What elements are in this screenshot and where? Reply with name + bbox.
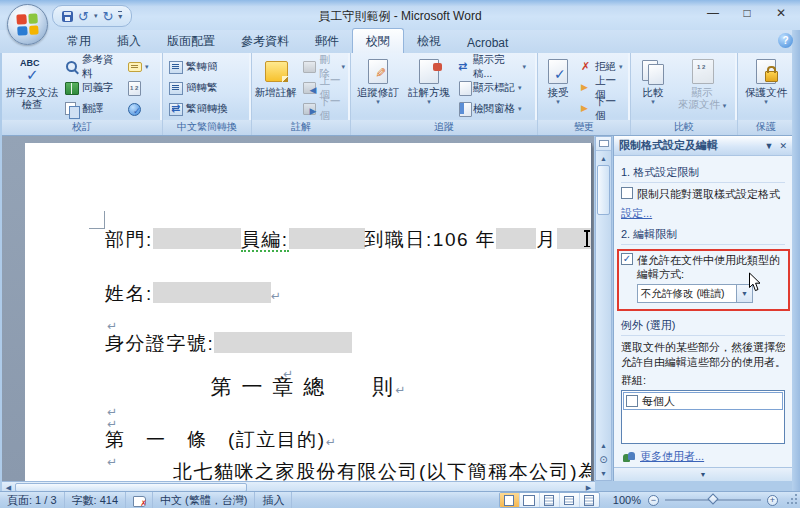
everyone-checkbox[interactable] [626,395,638,407]
word-count-indicator[interactable]: 字數: 414 [65,492,126,508]
redacted-value [214,332,352,353]
everyone-list-item[interactable]: 每個人 [623,392,783,410]
insert-mode-indicator[interactable]: 插入 [255,492,292,508]
document-area: 部門:員編:到職日:106 年月日 姓名:↵ ↵ 身分證字號: ↵ 第 一 章 … [2,136,594,481]
simp-to-trad-button[interactable]: 簡轉繁 [165,78,247,97]
undo-button[interactable]: ↺ [78,10,89,23]
group-label-comments: 註解 [252,120,350,135]
outline-view-button[interactable] [560,493,580,507]
tab-insert[interactable]: 插入 [104,29,154,53]
zoom-track[interactable] [665,499,761,501]
ribbon: ABC ✓ 拼字及文法檢查 參考資料 同義字 [2,53,798,136]
select-browse-object-button[interactable]: ⊙ [596,452,611,466]
new-comment-button[interactable]: 新增註解 [254,55,298,120]
minimize-button[interactable]: — [696,0,730,25]
document-page[interactable]: 部門:員編:到職日:106 年月日 姓名:↵ ↵ 身分證字號: ↵ 第 一 章 … [25,143,591,481]
groups-listbox[interactable]: 每個人 [621,390,785,444]
tab-references[interactable]: 參考資料 [228,29,302,53]
convert-button[interactable]: ⇄ 繁簡轉換 [165,99,247,118]
simp-to-trad-icon [168,80,183,95]
spelling-grammar-button[interactable]: ABC ✓ 拼字及文法檢查 [4,55,60,120]
research-button[interactable]: 參考資料 [61,57,123,76]
next-comment-button[interactable]: ▶ 下一個 [299,99,348,118]
close-button[interactable]: ✕ [764,0,798,25]
print-layout-view-button[interactable] [500,493,520,507]
maximize-button[interactable]: □ [730,0,764,25]
track-changes-icon: ✎ [365,58,391,84]
zoom-out-button[interactable]: − [648,495,659,506]
translation-screentip-button[interactable]: ▾ [124,57,152,76]
office-button[interactable] [7,4,48,45]
qat-customize-icon[interactable]: ▾ [118,11,122,21]
vertical-scrollbar[interactable]: ▲ ▲ ⊙ ▼ [595,136,612,481]
language-indicator[interactable]: 中文 (繁體，台灣) [153,492,255,508]
limit-formatting-checkbox[interactable] [621,187,633,199]
track-changes-button[interactable]: ✎ 追蹤修訂 ▾ [353,55,403,120]
display-for-review-dropdown[interactable]: ⇄ 顯示完稿...▾ [455,57,529,76]
pane-scroll-down[interactable]: ▼ [614,467,792,481]
zoom-in-button[interactable]: + [767,495,778,506]
translate-button[interactable]: 翻譯 [61,99,123,118]
exceptions-desc-line2: 允許自由編輯這些部分的使用者。 [621,355,785,370]
protect-document-button[interactable]: 保護文件 ▾ [741,55,791,120]
group-label-changes: 變更 [538,120,630,135]
more-users-link[interactable]: 更多使用者... [640,449,704,464]
settings-link[interactable]: 設定... [621,207,652,219]
editing-restrictions-checkbox[interactable]: ✓ [621,253,633,265]
restrict-formatting-pane: 限制格式設定及編輯 ▼ ✕ 1. 格式設定限制 限制只能對選取樣式設定格式 設定… [613,136,792,481]
delete-comment-icon [302,59,317,74]
page-indicator[interactable]: 頁面: 1 / 3 [0,492,65,508]
word-count-button[interactable]: 1 2 [124,78,152,97]
show-markup-icon [458,80,470,95]
doc-line-employee-info: 部門:員編:到職日:106 年月日 [105,227,591,253]
balloons-button[interactable]: 註解方塊 ▾ [404,55,454,120]
paragraph-mark: ↵ [107,455,117,469]
compare-button[interactable]: 比較 ▾ [633,55,673,120]
next-change-icon: ▶ [580,101,592,116]
accept-button[interactable]: ✓ 接受 ▾ [540,55,576,120]
save-icon[interactable] [62,11,73,22]
browse-previous-button[interactable]: ▲ [596,438,611,452]
show-source-documents-button[interactable]: 1 2 顯示 來源文件 ▾ [674,55,730,120]
thesaurus-button[interactable]: 同義字 [61,78,123,97]
next-change-button[interactable]: ▶ 下一個 [577,99,627,118]
browse-next-button[interactable]: ▼ [596,466,611,480]
web-layout-view-button[interactable] [540,493,560,507]
resize-grip[interactable] [786,492,800,508]
more-users-icon [623,451,635,462]
tab-mailings[interactable]: 郵件 [302,29,352,53]
trad-to-simp-button[interactable]: 繁轉簡 [165,57,247,76]
group-label-chinese: 中文繁簡轉換 [163,120,251,135]
reviewing-pane-button[interactable]: 檢閱窗格▾ [455,99,529,118]
ruler-toggle-button[interactable] [596,137,611,151]
set-language-button[interactable]: ✓ [124,99,152,118]
tab-review[interactable]: 校閱 [352,28,404,53]
undo-caret-icon[interactable]: ▾ [94,12,98,20]
zoom-slider-handle[interactable] [707,493,718,504]
status-bar: 頁面: 1 / 3 字數: 414 ✗ 中文 (繁體，台灣) 插入 100% −… [0,491,800,508]
full-screen-reading-view-button[interactable] [520,493,540,507]
tab-page-layout[interactable]: 版面配置 [154,29,228,53]
tab-acrobat[interactable]: Acrobat [454,32,521,53]
tab-home[interactable]: 常用 [54,29,104,53]
editing-type-value: 不允許修改 (唯讀) [638,287,736,301]
pane-close-icon[interactable]: ✕ [779,141,787,151]
redacted-value [496,228,536,249]
tab-view[interactable]: 檢視 [404,29,454,53]
proofing-status[interactable]: ✗ [126,492,153,508]
scroll-up-button[interactable]: ▲ [596,151,611,165]
doc-body-line: 北七貓咪之家股份有限公司(以下簡稱本公司)為明確規 [173,459,591,481]
redacted-value [153,228,241,249]
help-icon[interactable]: ? [778,33,793,48]
pane-menu-icon[interactable]: ▼ [765,141,774,151]
editing-type-dropdown[interactable]: 不允許修改 (唯讀) ▼ [637,284,753,303]
group-label-tracking: 追蹤 [351,120,537,135]
vertical-scroll-thumb[interactable] [597,165,610,215]
group-chinese-conversion: 繁轉簡 簡轉繁 ⇄ 繁簡轉換 中文繁簡轉換 [163,53,252,135]
redo-button[interactable]: ↻ [102,10,113,23]
show-markup-button[interactable]: 顯示標記▾ [455,78,529,97]
zoom-level[interactable]: 100% [606,494,648,506]
text-cursor [586,230,588,247]
paragraph-mark: ↵ [326,435,336,449]
draft-view-button[interactable] [580,493,599,507]
